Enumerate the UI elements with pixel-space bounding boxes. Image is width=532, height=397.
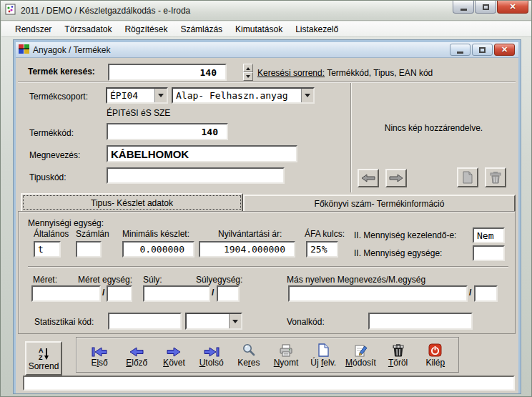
image-delete-button[interactable] (485, 167, 506, 187)
menu-rogzitesek[interactable]: Rögzítések (118, 23, 174, 36)
edit-record-button[interactable]: Módosít (343, 342, 378, 368)
product-code-label: Termékkód: (29, 128, 74, 138)
dialog-minimize-button[interactable] (450, 44, 471, 56)
image-next-button[interactable] (385, 169, 407, 187)
general-unit-label: Általános (34, 229, 69, 239)
separator-slash: / (469, 288, 471, 298)
separator-slash: / (212, 288, 214, 298)
next-record-button[interactable]: Követ (156, 342, 192, 368)
dialog-body: Termék keresés: 140 Keresési sorrend: Te… (16, 58, 518, 393)
next-record-icon (167, 343, 181, 357)
dialog-icon (19, 44, 29, 56)
window-titlebar: 2011 / DEMO / Készletgazdálkodás - e-Iro… (1, 1, 531, 21)
product-group-name-select[interactable]: Alap- Felhaszn.anyag (172, 87, 315, 104)
product-group-code-select[interactable]: ÉPI04 (106, 87, 168, 104)
image-previous-button[interactable] (358, 169, 379, 187)
tab-ledger-info[interactable]: Főkönyvi szám- Termékinformáció (243, 195, 516, 212)
delete-icon (392, 343, 405, 357)
barcode-label: Vonalkód: (287, 317, 325, 327)
divider (28, 266, 508, 268)
statistical-code-input[interactable] (108, 313, 182, 330)
size-label: Méret: (33, 275, 57, 285)
menu-kimutatasok[interactable]: Kimutatások (229, 23, 289, 36)
qty2-unit-input[interactable] (473, 245, 505, 261)
minimize-icon (457, 52, 463, 54)
image-panel: Nincs kép hozzárendelve. (352, 83, 516, 192)
print-icon (279, 343, 293, 357)
svg-text:A: A (39, 347, 44, 354)
close-icon: ✕ (501, 45, 508, 54)
app-window: 2011 / DEMO / Készletgazdálkodás - e-Iro… (0, 0, 532, 397)
chevron-down-icon[interactable] (301, 89, 313, 102)
invoice-unit-label: Számlán (76, 229, 109, 239)
print-button[interactable]: Nyomt (268, 342, 304, 368)
no-image-text: Nincs kép hozzárendelve. (352, 123, 516, 133)
arrow-left-icon (361, 174, 375, 182)
sort-button-label: Sorrend (29, 361, 59, 371)
separator-slash: / (102, 288, 104, 298)
arrow-right-icon (389, 174, 403, 182)
document-icon (462, 171, 473, 184)
vat-rate-input[interactable]: 25% (306, 241, 338, 258)
search-order-spinner[interactable] (243, 64, 253, 81)
last-record-button[interactable]: Utolsó (194, 342, 230, 368)
first-record-button[interactable]: Első (82, 342, 117, 368)
exit-button[interactable]: Kilép (418, 342, 453, 368)
minimize-icon (460, 9, 467, 11)
qty2-handled-label: II. Mennyiség kezelendő-e: (354, 230, 456, 240)
weight-input[interactable] (143, 285, 210, 302)
general-unit-input[interactable]: t (34, 241, 61, 258)
new-record-button[interactable]: Új felv. (305, 342, 341, 368)
previous-record-icon (129, 343, 144, 357)
chevron-down-icon[interactable] (154, 89, 167, 102)
record-price-input[interactable]: 1904.000000 (199, 241, 295, 258)
dialog-title: Anyagok / Termékek (33, 45, 111, 55)
min-stock-label: Minimális készlet: (122, 229, 189, 239)
menu-rendszer[interactable]: Rendszer (9, 23, 58, 36)
search-order-hint: Keresési sorrend: Termékkód, Tipus, EAN … (257, 68, 433, 78)
window-close-button[interactable]: ✕ (497, 1, 528, 14)
delete-record-button[interactable]: Töröl (380, 342, 416, 368)
invoice-unit-input[interactable] (76, 241, 102, 258)
edit-icon (354, 343, 368, 357)
product-group-label: Termékcsoport: (29, 92, 88, 102)
other-language-unit-input[interactable] (474, 285, 498, 302)
search-record-button[interactable]: Keres (231, 342, 267, 368)
products-dialog: Anyagok / Termékek ✕ Termék keresés: 140… (14, 40, 521, 393)
image-attach-button[interactable] (457, 167, 478, 187)
product-name-input[interactable]: KÁBELHOMOK (107, 145, 297, 162)
qty2-unit-label: II. Mennyiség egysége: (354, 248, 442, 258)
previous-record-button[interactable]: Előző (119, 342, 154, 368)
spinner-down-icon[interactable] (243, 72, 253, 81)
spinner-up-icon[interactable] (243, 64, 253, 72)
product-type-input[interactable] (107, 167, 285, 184)
close-icon: ✕ (509, 2, 516, 11)
weight-unit-input[interactable] (217, 285, 240, 302)
size-unit-label: Méret egység: (78, 275, 132, 285)
size-input[interactable] (31, 285, 101, 302)
menu-torzsadatok[interactable]: Törzsadatok (58, 23, 118, 36)
menu-listakezelo[interactable]: Listakezelő (289, 23, 345, 36)
dialog-maximize-button[interactable] (472, 44, 493, 56)
product-search-input[interactable]: 140 (108, 64, 227, 81)
window-maximize-button[interactable] (475, 1, 496, 14)
product-code-input[interactable]: 140 (107, 123, 228, 140)
statistical-code-select[interactable] (185, 313, 242, 330)
window-minimize-button[interactable] (453, 1, 474, 14)
product-name-label: Megnevezés: (29, 150, 80, 160)
tab-stock-data[interactable]: Tipus- Készlet adatok (21, 193, 243, 212)
min-stock-input[interactable]: 0.000000 (122, 241, 194, 258)
maximize-icon (483, 4, 489, 10)
other-language-input[interactable] (288, 285, 468, 302)
size-unit-input[interactable] (107, 285, 132, 302)
exit-icon (428, 343, 442, 357)
other-language-label: Más nyelven Megnevezés/M.egység (287, 275, 425, 285)
sort-button[interactable]: A Z Sorrend (25, 341, 62, 376)
menu-szamlazas[interactable]: Számlázás (174, 23, 229, 36)
dialog-close-button[interactable]: ✕ (494, 44, 515, 56)
statistical-code-label: Statisztikai kód: (34, 317, 94, 327)
qty2-handled-input[interactable]: Nem (473, 227, 505, 243)
chevron-down-icon[interactable] (229, 314, 241, 328)
barcode-input[interactable] (368, 313, 473, 330)
first-record-icon (92, 343, 107, 357)
